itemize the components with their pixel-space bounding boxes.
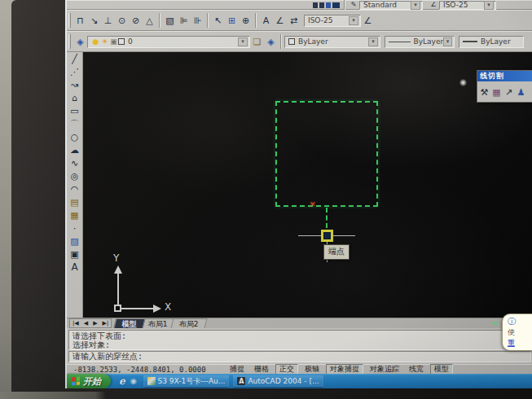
command-input[interactable]: 请输入新的穿丝点: (68, 351, 531, 362)
partial-icon (313, 2, 318, 8)
tab-scroll-left-icon[interactable]: < (491, 318, 498, 328)
color-value: ByLayer (298, 37, 328, 46)
text-style-value: Standard (363, 1, 397, 9)
text-style-icon[interactable]: ✎ (348, 1, 359, 9)
info-icon: ⓘ (508, 317, 516, 326)
mtext-icon[interactable]: A (67, 261, 82, 274)
quick-dimension-icon[interactable]: ▧ (163, 13, 177, 28)
status-otrack-button[interactable]: 对象追踪 (367, 365, 402, 374)
autocad-app-icon: A (237, 377, 245, 385)
make-block-icon[interactable]: ▦ (67, 208, 82, 221)
wirecut-trace-icon[interactable]: ↗ (503, 86, 515, 99)
status-polar-button[interactable]: 极轴 (301, 365, 323, 374)
wirecut-toolbar-title[interactable]: 线切割 (477, 71, 532, 81)
taskbar-app-wirecut[interactable]: S3 9X-1号卡---Au... (143, 375, 230, 387)
photo-scene: ✎ Standard ▾ ∠ ISO-25 ▾ ⊓ ↘ ⊥ ⊙ ⊘ △ ▧ ⊫ … (0, 0, 532, 399)
chevron-down-icon[interactable]: ▾ (349, 16, 358, 25)
angular-dimension-icon[interactable]: △ (143, 13, 156, 28)
dim-toolbar-style-value: ISO-25 (308, 16, 332, 24)
tab-last-icon[interactable]: ▶| (100, 320, 112, 327)
layer-on-bulb-icon[interactable]: ● (91, 37, 100, 46)
diameter-dimension-icon[interactable]: ⊘ (129, 13, 143, 28)
text-style-combo[interactable]: Standard ▾ (359, 1, 423, 10)
tab-next-icon[interactable]: ▶ (90, 320, 99, 327)
baseline-dimension-icon[interactable]: ⊫ (177, 13, 191, 28)
layer-freeze-sun-icon[interactable]: ☀ (100, 37, 109, 46)
status-lineweight-button[interactable]: 线宽 (406, 365, 427, 374)
polyline-icon[interactable]: ↝ (67, 78, 82, 91)
taskbar-app-autocad[interactable]: A AutoCAD 2004 - [... (233, 375, 323, 387)
dimension-edit-icon[interactable]: A (259, 13, 273, 28)
construction-line-icon[interactable]: ⋰ (67, 65, 82, 78)
linear-dimension-icon[interactable]: ⊓ (73, 13, 87, 28)
info-balloon[interactable]: ⓘ 使 重 (502, 314, 532, 351)
ucs-y-label: Y (113, 252, 119, 264)
chevron-down-icon[interactable]: ▾ (484, 1, 494, 10)
command-history[interactable]: 请选择下表面: 选择对象: (68, 330, 531, 350)
wirecut-figure-icon[interactable]: ♟ (515, 86, 527, 99)
center-mark-icon[interactable]: ⊕ (239, 13, 253, 28)
wirecut-toolbar[interactable]: 线切割 ⚒ ▦ ↗ ♟ ! ▮ (477, 70, 532, 103)
rectangle-icon[interactable]: ▭ (67, 104, 82, 117)
drawing-canvas[interactable]: ✕ 端点 Y X 线切割 ⚒ ▦ (83, 52, 532, 318)
continue-dimension-icon[interactable]: ⊪ (191, 13, 204, 28)
wirecut-region-icon[interactable]: ▦ (490, 86, 503, 99)
polygon-icon[interactable]: ⌂ (67, 91, 82, 104)
dimension-update-icon[interactable]: ⇄ (287, 13, 301, 28)
layers-icon[interactable]: ◈ (73, 34, 87, 49)
layer-state-combo[interactable]: ● ☀ ▣ 0 ▾ (87, 36, 250, 48)
quick-leader-icon[interactable]: ↖ (211, 13, 225, 28)
ucs-x-arrow (153, 305, 161, 313)
revcloud-icon[interactable]: ☁ (67, 143, 82, 156)
styles-toolbar: ✎ Standard ▾ ∠ ISO-25 ▾ (67, 0, 532, 10)
crosshair-left-arm (298, 235, 321, 236)
dimension-text-edit-icon[interactable]: ∠ (273, 13, 287, 28)
point-icon[interactable]: · (67, 221, 82, 235)
arc-icon[interactable]: ⌒ (67, 117, 82, 130)
radius-dimension-icon[interactable]: ⊙ (115, 13, 129, 28)
partial-icon (326, 2, 331, 8)
status-grid-button[interactable]: 栅格 (251, 365, 272, 374)
line-icon[interactable]: ╱ (67, 52, 82, 65)
circle-icon[interactable]: ○ (67, 130, 82, 143)
aligned-dimension-icon[interactable]: ↘ (87, 13, 101, 28)
make-layer-current-icon[interactable]: ❏ (250, 34, 264, 49)
color-control-combo[interactable]: ByLayer ▾ (284, 36, 380, 48)
wirecut-alert-icon[interactable]: ! (527, 86, 532, 99)
selected-square[interactable] (275, 101, 378, 207)
linetype-control-combo[interactable]: ByLayer ▾ (385, 36, 455, 48)
status-snap-button[interactable]: 捕捉 (226, 365, 248, 374)
lineweight-control-combo[interactable]: ByLayer (459, 36, 524, 48)
dim-style-icon[interactable]: ∠ (428, 1, 439, 9)
ellipse-arc-icon[interactable]: ◠ (67, 182, 82, 195)
internet-explorer-icon[interactable]: e (119, 375, 125, 387)
dim-style-edit-icon[interactable]: ∠ (361, 13, 375, 28)
balloon-link[interactable]: 重 (508, 338, 532, 349)
layer-manager-icon[interactable]: ◈ (264, 34, 278, 49)
region-icon[interactable]: ▣ (67, 248, 82, 261)
tolerance-icon[interactable]: ⊞ (225, 13, 239, 28)
hatch-icon[interactable]: ▨ (67, 235, 82, 248)
ellipse-icon[interactable]: ◎ (67, 169, 82, 182)
partial-icon (332, 2, 340, 8)
tab-nav-arrows: |◀ ◀ ▶ ▶| (69, 318, 112, 328)
chevron-down-icon[interactable]: ▾ (411, 1, 420, 10)
chevron-down-icon[interactable]: ▾ (443, 37, 452, 46)
start-button[interactable]: 开始 (67, 374, 111, 388)
crosshair-pickbox[interactable] (321, 230, 333, 242)
insert-block-icon[interactable]: ▤ (67, 195, 82, 208)
tab-prev-icon[interactable]: ◀ (81, 320, 90, 327)
ordinate-dimension-icon[interactable]: ⊥ (101, 13, 115, 28)
dim-style-combo[interactable]: ISO-25 ▾ (439, 1, 496, 10)
layer-lock-icon[interactable]: ▣ (109, 37, 118, 46)
quick-launch-icon[interactable]: ◉ (130, 377, 137, 385)
spline-icon[interactable]: ∿ (67, 156, 82, 169)
tab-layout2[interactable]: 布局2 (171, 318, 208, 328)
linetype-sample (389, 42, 411, 42)
chevron-down-icon[interactable]: ▾ (368, 37, 378, 46)
tab-first-icon[interactable]: |◀ (70, 320, 81, 327)
chevron-down-icon[interactable]: ▾ (238, 37, 248, 46)
wirecut-pick-tool-icon[interactable]: ⚒ (478, 86, 490, 99)
dim-toolbar-style-combo[interactable]: ISO-25 ▾ (304, 15, 361, 27)
tab-model[interactable]: 模型 (114, 318, 146, 328)
